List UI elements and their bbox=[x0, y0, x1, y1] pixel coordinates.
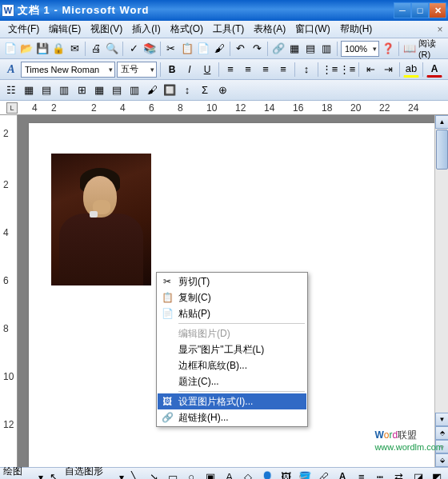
oval-icon[interactable]: ○ bbox=[183, 469, 199, 480]
vertical-ruler[interactable]: 2 2 4 6 8 10 12 bbox=[0, 115, 18, 467]
align-left-icon[interactable]: ≡ bbox=[222, 62, 238, 78]
ctx-caption[interactable]: 题注(C)... bbox=[158, 373, 306, 389]
numbering-icon[interactable]: ⋮≡ bbox=[322, 62, 338, 78]
3d-icon[interactable]: ◩ bbox=[429, 469, 445, 480]
redo-icon[interactable]: ↷ bbox=[250, 41, 264, 57]
excel-icon[interactable]: ▤ bbox=[303, 41, 318, 57]
tool-e-icon[interactable]: ⊞ bbox=[74, 82, 90, 98]
research-icon[interactable]: 📚 bbox=[142, 41, 157, 57]
fill-color-icon[interactable]: 🪣 bbox=[297, 469, 313, 480]
scroll-down-icon[interactable]: ▼ bbox=[435, 413, 448, 426]
save-icon[interactable]: 💾 bbox=[35, 41, 50, 57]
minimize-button[interactable]: ─ bbox=[394, 2, 411, 18]
menu-window[interactable]: 窗口(W) bbox=[290, 21, 334, 38]
menu-tools[interactable]: 工具(T) bbox=[208, 21, 249, 38]
tool-d-icon[interactable]: ▥ bbox=[56, 82, 72, 98]
ruler-corner-icon[interactable]: L bbox=[6, 102, 18, 114]
arrow-icon[interactable]: ↘ bbox=[146, 469, 162, 480]
font-family-dropdown[interactable]: Times New Roman bbox=[21, 62, 115, 78]
menu-insert[interactable]: 插入(I) bbox=[127, 21, 165, 38]
justify-icon[interactable]: ≡ bbox=[275, 62, 291, 78]
bold-icon[interactable]: B bbox=[164, 62, 180, 78]
align-right-icon[interactable]: ≡ bbox=[258, 62, 274, 78]
dash-style-icon[interactable]: ┅ bbox=[373, 469, 389, 480]
menu-view[interactable]: 视图(V) bbox=[86, 21, 127, 38]
menu-table[interactable]: 表格(A) bbox=[249, 21, 290, 38]
indent-dec-icon[interactable]: ⇤ bbox=[362, 62, 378, 78]
align-center-icon[interactable]: ≡ bbox=[240, 62, 256, 78]
read-label[interactable]: 阅读(R) bbox=[418, 38, 445, 59]
mail-icon[interactable]: ✉ bbox=[67, 41, 82, 57]
tool-m-icon[interactable]: ⊕ bbox=[214, 82, 230, 98]
indent-inc-icon[interactable]: ⇥ bbox=[380, 62, 396, 78]
ctx-cut[interactable]: ✂剪切(T) bbox=[158, 273, 306, 289]
format-painter-icon[interactable]: 🖌 bbox=[212, 41, 226, 57]
tool-j-icon[interactable]: 🔲 bbox=[162, 82, 178, 98]
permission-icon[interactable]: 🔒 bbox=[51, 41, 66, 57]
ctx-hyperlink[interactable]: 🔗超链接(H)... bbox=[158, 409, 306, 425]
table-icon[interactable]: ▦ bbox=[287, 41, 302, 57]
italic-icon[interactable]: I bbox=[182, 62, 198, 78]
tool-g-icon[interactable]: ▤ bbox=[109, 82, 125, 98]
clipart-icon[interactable]: 👤 bbox=[259, 469, 275, 480]
new-doc-icon[interactable]: 📄 bbox=[3, 41, 18, 57]
tool-i-icon[interactable]: 🖌 bbox=[144, 82, 160, 98]
spellcheck-icon[interactable]: ✓ bbox=[126, 41, 141, 57]
menu-help[interactable]: 帮助(H) bbox=[335, 21, 378, 38]
arrow-style-icon[interactable]: ⇄ bbox=[391, 469, 407, 480]
wordart-icon[interactable]: A bbox=[222, 469, 238, 480]
bullets-icon[interactable]: ⋮≡ bbox=[339, 62, 355, 78]
copy-icon[interactable]: 📋 bbox=[180, 41, 194, 57]
rectangle-icon[interactable]: ▭ bbox=[165, 469, 181, 480]
ctx-paste[interactable]: 📄粘贴(P) bbox=[158, 305, 306, 321]
open-icon[interactable]: 📂 bbox=[19, 41, 34, 57]
tool-c-icon[interactable]: ▤ bbox=[38, 82, 54, 98]
tool-h-icon[interactable]: ▥ bbox=[126, 82, 142, 98]
tool-b-icon[interactable]: ▦ bbox=[21, 82, 37, 98]
menu-format[interactable]: 格式(O) bbox=[166, 21, 208, 38]
undo-icon[interactable]: ↶ bbox=[234, 41, 248, 57]
textbox-icon[interactable]: ▣ bbox=[202, 469, 218, 480]
line-color-icon[interactable]: 🖊 bbox=[316, 469, 332, 480]
line-icon[interactable]: ╲ bbox=[127, 469, 143, 480]
underline-icon[interactable]: U bbox=[199, 62, 215, 78]
font-color-icon[interactable]: A bbox=[426, 62, 442, 78]
line-spacing-icon[interactable]: ↕ bbox=[298, 62, 314, 78]
menu-edit[interactable]: 编辑(E) bbox=[44, 21, 86, 38]
preview-icon[interactable]: 🔍 bbox=[105, 41, 119, 57]
scroll-up-icon[interactable]: ▲ bbox=[435, 115, 448, 129]
help-icon[interactable]: ❓ bbox=[381, 41, 395, 57]
read-mode-icon[interactable]: 📖 bbox=[402, 41, 417, 57]
menu-file[interactable]: 文件(F) bbox=[3, 21, 44, 38]
maximize-button[interactable]: □ bbox=[411, 2, 429, 18]
ctx-copy[interactable]: 📋复制(C) bbox=[158, 289, 306, 305]
ctx-format-picture[interactable]: 🖼设置图片格式(I)... bbox=[158, 393, 306, 409]
tool-a-icon[interactable]: ☷ bbox=[3, 82, 19, 98]
tool-l-icon[interactable]: Σ bbox=[197, 82, 213, 98]
tool-k-icon[interactable]: ↕ bbox=[179, 82, 195, 98]
font-size-dropdown[interactable]: 五号 bbox=[117, 62, 157, 78]
select-objects-icon[interactable]: ↖ bbox=[46, 469, 62, 480]
picture-icon[interactable]: 🖼 bbox=[278, 469, 294, 480]
inserted-image[interactable] bbox=[51, 154, 151, 285]
font-color-draw-icon[interactable]: A bbox=[334, 469, 350, 480]
line-style-icon[interactable]: ≡ bbox=[354, 469, 370, 480]
close-button[interactable]: ✕ bbox=[429, 2, 446, 18]
columns-icon[interactable]: ▥ bbox=[319, 41, 334, 57]
paste-icon[interactable]: 📄 bbox=[196, 41, 210, 57]
ctx-show-picture-toolbar[interactable]: 显示"图片"工具栏(L) bbox=[158, 341, 306, 357]
zoom-dropdown[interactable]: 100% bbox=[341, 41, 379, 57]
vertical-scrollbar[interactable]: ▲ ▼ ⬘ ○ ⬙ bbox=[434, 115, 448, 467]
next-page-icon[interactable]: ⬙ bbox=[435, 453, 448, 467]
diagram-icon[interactable]: ◇ bbox=[240, 469, 256, 480]
scroll-thumb[interactable] bbox=[436, 130, 448, 170]
styles-icon[interactable]: A bbox=[3, 63, 19, 76]
cut-icon[interactable]: ✂ bbox=[164, 41, 178, 57]
tool-f-icon[interactable]: ▦ bbox=[91, 82, 107, 98]
ctx-borders-shading[interactable]: 边框和底纹(B)... bbox=[158, 357, 306, 373]
menu-close-doc[interactable]: × bbox=[435, 24, 445, 35]
hyperlink-icon[interactable]: 🔗 bbox=[271, 41, 286, 57]
highlight-icon[interactable]: ab bbox=[403, 62, 419, 78]
horizontal-ruler[interactable]: L 4 2 2 4 6 8 10 12 14 16 18 20 22 24 bbox=[0, 101, 448, 115]
print-icon[interactable]: 🖨 bbox=[89, 41, 103, 57]
